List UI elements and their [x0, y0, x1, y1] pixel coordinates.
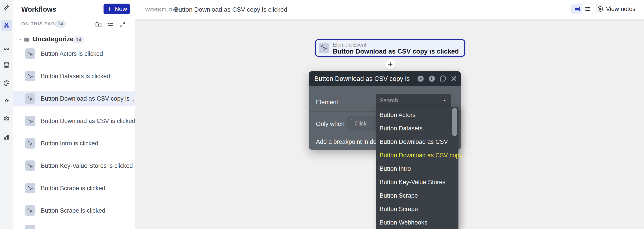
comment-icon[interactable] — [439, 75, 447, 82]
workflow-list-item[interactable]: Button Scrape is clicked — [13, 203, 135, 218]
view-toggle — [572, 4, 593, 14]
workflow-item-icon-partial — [25, 225, 36, 229]
workflow-list-item[interactable]: Button Download as CSV is clicked — [13, 114, 135, 128]
dropdown-option[interactable]: Button Key-Value Stores — [380, 179, 446, 185]
workflow-canvas: Element Event Button Download as CSV cop… — [135, 19, 644, 229]
rail-item-editor[interactable] — [1, 2, 12, 13]
modal-header[interactable]: Button Download as CSV copy is — [309, 71, 461, 86]
workflow-item-label: Button Scrape is clicked — [41, 185, 105, 192]
on-this-page-count-badge: 14 — [55, 20, 66, 28]
folder-icon — [23, 36, 30, 43]
folder-group-label: Uncategorized — [33, 36, 78, 43]
add-step-button[interactable] — [385, 59, 396, 70]
pencil-icon — [3, 4, 10, 11]
folder-plus-icon[interactable] — [95, 21, 102, 28]
cursor-click-icon — [319, 42, 330, 53]
workflow-list-item[interactable]: Button Key-Value Stores is clicked — [13, 158, 135, 174]
filter-sliders-icon[interactable] — [107, 21, 114, 28]
workflow-item-label: Button Download as CSV copy is ... — [41, 95, 135, 102]
view-notes-button[interactable]: View notes — [596, 4, 636, 14]
cursor-click-icon — [25, 116, 36, 126]
element-search-input[interactable] — [380, 96, 438, 105]
topbar-shadow — [135, 19, 644, 21]
components-icon — [3, 44, 10, 51]
chevron-down-icon[interactable] — [18, 37, 22, 42]
element-dropdown-list: Button Actors Button Datasets Button Dow… — [376, 107, 458, 229]
gear-icon — [3, 116, 10, 122]
click-condition-chip[interactable]: Click — [347, 116, 380, 131]
workflow-list-item[interactable]: Button Actors is clicked — [13, 46, 135, 62]
cursor-click-icon — [25, 138, 36, 148]
rail-item-settings[interactable] — [1, 114, 12, 124]
new-workflow-button[interactable]: New — [104, 4, 130, 14]
modal-header-actions — [417, 71, 457, 86]
rail-item-integrations[interactable] — [1, 96, 12, 106]
app: Workflows New ON THIS PAGE 14 Uncategori… — [0, 0, 644, 229]
modal-title: Button Download as CSV copy is — [314, 75, 410, 82]
dropdown-option[interactable]: Button Intro — [380, 166, 411, 172]
workflow-item-label: Button Actors is clicked — [41, 50, 103, 57]
info-icon[interactable] — [428, 75, 436, 82]
cursor-click-icon — [25, 183, 36, 193]
workflows-panel: Workflows New ON THIS PAGE 14 Uncategori… — [13, 0, 135, 229]
cursor-click-icon — [25, 71, 36, 81]
folder-group-header[interactable]: Uncategorized 14 — [13, 34, 135, 45]
workflow-list-item-selected[interactable]: Button Download as CSV copy is ... — [13, 91, 135, 106]
on-this-page-label: ON THIS PAGE — [21, 21, 59, 26]
cursor-click-icon — [25, 205, 36, 216]
plus-icon — [387, 61, 394, 68]
workflow-item-label: Button Scrape is clicked — [41, 207, 105, 214]
play-icon[interactable] — [417, 75, 424, 82]
element-field-label: Element — [316, 99, 338, 106]
workflow-list-item[interactable]: Button Scrape is clicked — [13, 180, 135, 196]
dropdown-option-highlighted[interactable]: Button Download as CSV copy — [380, 152, 462, 158]
rail-item-analytics[interactable] — [1, 132, 12, 142]
panel-title: Workflows — [21, 6, 56, 14]
click-chip-label: Click — [351, 119, 370, 128]
cursor-click-icon — [25, 48, 36, 59]
database-icon — [3, 62, 10, 68]
workflow-list-item[interactable]: Button Intro is clicked — [13, 136, 135, 151]
dropdown-option[interactable]: Button Actors — [380, 112, 416, 118]
dropdown-scrollbar[interactable] — [452, 108, 457, 136]
dropdown-option[interactable]: Button Scrape — [380, 206, 418, 212]
analytics-icon — [3, 134, 10, 140]
list-view-icon — [584, 6, 591, 12]
panel-toolbar — [95, 20, 131, 29]
node-type-label: Element Event — [333, 42, 366, 48]
workflow-item-label: Button Key-Value Stores is clicked — [41, 162, 133, 170]
list-view-toggle[interactable] — [582, 4, 593, 14]
new-workflow-label: New — [114, 6, 127, 12]
only-when-label: Only when — [316, 120, 345, 128]
workflow-list-item[interactable]: Button Datasets is clicked — [13, 68, 135, 84]
card-view-toggle[interactable] — [572, 4, 582, 14]
dropdown-option[interactable]: Button Datasets — [380, 125, 422, 132]
add-breakpoint-link[interactable]: Add a breakpoint in deb — [316, 138, 380, 146]
palette-icon — [3, 80, 10, 86]
element-search-field[interactable] — [376, 94, 451, 107]
dropdown-option[interactable]: Button Download as CSV — [380, 139, 448, 145]
rail-item-data[interactable] — [1, 60, 12, 70]
close-icon[interactable] — [450, 75, 457, 82]
rail-divider — [0, 34, 13, 34]
cursor-click-icon — [25, 160, 36, 171]
element-event-node[interactable]: Element Event Button Download as CSV cop… — [315, 39, 465, 57]
rail-item-workflows[interactable] — [1, 20, 12, 31]
workflow-breadcrumb-title: Button Download as CSV copy is clicked — [174, 6, 287, 13]
workflow-item-label: Button Download as CSV is clicked — [41, 118, 135, 124]
workflow-item-label: Button Intro is clicked — [41, 140, 98, 147]
plus-icon — [106, 6, 112, 12]
rail-item-theme[interactable] — [1, 78, 12, 88]
expand-icon[interactable] — [119, 21, 126, 28]
rail-item-components[interactable] — [1, 42, 12, 53]
view-notes-label: View notes — [606, 6, 636, 12]
dropdown-option[interactable]: Button Scrape — [380, 192, 418, 199]
topbar: WORKFLOW: Button Download as CSV copy is… — [135, 0, 644, 19]
icon-rail — [0, 0, 13, 229]
workflow-icon — [3, 22, 10, 29]
cards-view-icon — [574, 6, 580, 12]
dropdown-option[interactable]: Button Webhooks — [380, 219, 427, 226]
plug-icon — [3, 98, 10, 104]
dropdown-caret-icon[interactable] — [442, 98, 447, 103]
note-bubble-icon — [597, 6, 604, 12]
